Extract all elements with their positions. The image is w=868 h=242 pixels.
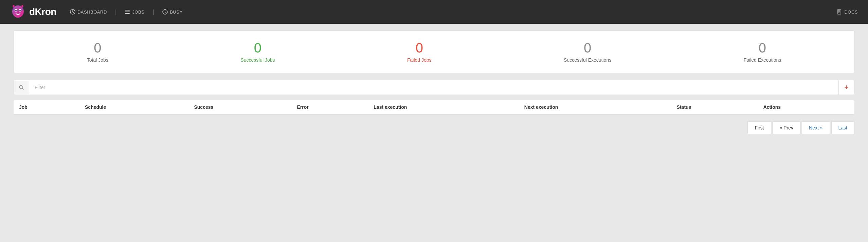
- svg-rect-17: [838, 13, 839, 13]
- filter-bar: +: [14, 80, 854, 95]
- col-job: Job: [14, 100, 79, 114]
- failed-executions-label: Failed Executions: [744, 57, 781, 63]
- nav-sep-2: |: [152, 8, 154, 16]
- busy-icon: [162, 9, 168, 15]
- failed-executions-value: 0: [759, 41, 766, 55]
- pagination-prev[interactable]: « Prev: [773, 121, 800, 134]
- logo-area: dKron: [10, 4, 56, 20]
- table-header-row: Job Schedule Success Error Last executio…: [14, 100, 854, 114]
- nav-dashboard[interactable]: DASHBOARD: [70, 9, 107, 15]
- pagination-first[interactable]: First: [747, 121, 771, 134]
- nav-busy[interactable]: BUSY: [162, 9, 182, 15]
- svg-rect-11: [125, 12, 130, 12]
- stat-failed-executions: 0 Failed Executions: [744, 41, 781, 63]
- jobs-table-container: Job Schedule Success Error Last executio…: [14, 100, 854, 115]
- search-button[interactable]: [14, 81, 29, 94]
- svg-point-4: [19, 10, 21, 11]
- nav-jobs[interactable]: JOBS: [125, 9, 144, 15]
- pagination: First « Prev Next » Last: [14, 115, 854, 138]
- total-jobs-value: 0: [94, 41, 101, 55]
- pagination-last[interactable]: Last: [831, 121, 854, 134]
- stat-total-jobs: 0 Total Jobs: [87, 41, 108, 63]
- add-job-button[interactable]: +: [838, 80, 854, 95]
- successful-executions-value: 0: [584, 41, 591, 55]
- nav-links: DASHBOARD | JOBS | BUSY: [70, 8, 183, 16]
- jobs-table: Job Schedule Success Error Last executio…: [14, 100, 854, 115]
- stat-successful-jobs: 0 Successful Jobs: [240, 41, 275, 63]
- svg-rect-10: [125, 10, 130, 11]
- col-error: Error: [291, 100, 368, 114]
- col-success: Success: [188, 100, 291, 114]
- successful-jobs-value: 0: [254, 41, 261, 55]
- pagination-next[interactable]: Next »: [802, 121, 830, 134]
- col-last-execution: Last execution: [368, 100, 519, 114]
- dashboard-icon: [70, 9, 75, 15]
- col-status: Status: [671, 100, 758, 114]
- svg-point-8: [21, 5, 23, 7]
- svg-point-3: [15, 10, 17, 11]
- successful-jobs-label: Successful Jobs: [240, 57, 275, 63]
- stat-failed-jobs: 0 Failed Jobs: [407, 41, 432, 63]
- svg-rect-15: [838, 11, 840, 11]
- docs-link[interactable]: DOCS: [837, 9, 858, 15]
- search-icon: [19, 85, 24, 90]
- docs-icon: [837, 9, 842, 15]
- main-content: 0 Total Jobs 0 Successful Jobs 0 Failed …: [0, 24, 868, 144]
- failed-jobs-value: 0: [416, 41, 423, 55]
- svg-point-0: [12, 5, 24, 18]
- brand-name: dKron: [29, 6, 56, 17]
- col-next-execution: Next execution: [519, 100, 671, 114]
- col-actions: Actions: [758, 100, 854, 114]
- table-header: Job Schedule Success Error Last executio…: [14, 100, 854, 114]
- svg-rect-16: [838, 12, 840, 12]
- successful-executions-label: Successful Executions: [564, 57, 611, 63]
- navbar: dKron DASHBOARD | JOBS |: [0, 0, 868, 24]
- svg-line-19: [22, 88, 23, 89]
- filter-input[interactable]: [29, 81, 838, 94]
- stats-card: 0 Total Jobs 0 Successful Jobs 0 Failed …: [14, 31, 854, 73]
- col-schedule: Schedule: [79, 100, 188, 114]
- svg-point-7: [13, 5, 15, 7]
- svg-rect-12: [125, 13, 130, 14]
- total-jobs-label: Total Jobs: [87, 57, 108, 63]
- logo-icon: [10, 4, 26, 20]
- navbar-left: dKron DASHBOARD | JOBS |: [10, 4, 183, 20]
- nav-sep-1: |: [115, 8, 117, 16]
- failed-jobs-label: Failed Jobs: [407, 57, 432, 63]
- jobs-icon: [125, 9, 130, 15]
- stat-successful-executions: 0 Successful Executions: [564, 41, 611, 63]
